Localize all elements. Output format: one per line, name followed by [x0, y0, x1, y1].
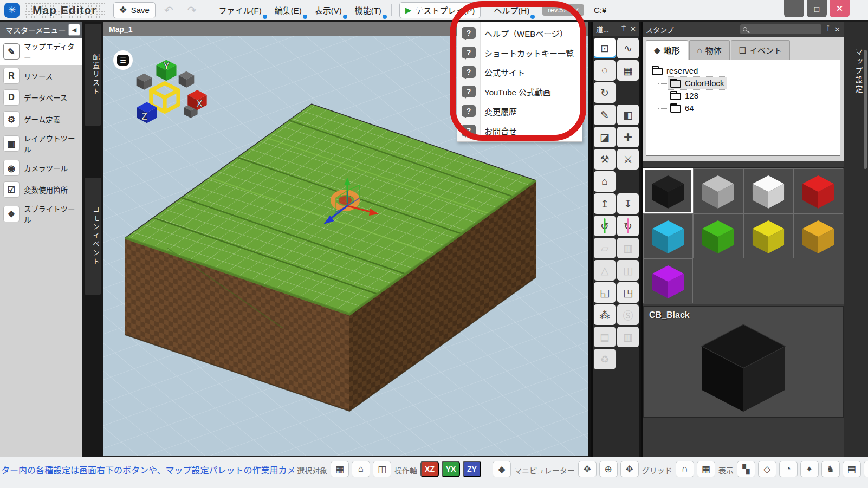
menu-item[interactable]: 編集(E) [269, 1, 307, 19]
close-icon[interactable]: ✕ [630, 25, 636, 33]
tool-fill[interactable]: ◧ [617, 105, 639, 125]
sidebar-item-[interactable]: ✎ マップエディター [0, 38, 82, 65]
tab-common-events[interactable]: コモンイベント [85, 178, 101, 295]
close-button[interactable]: ✕ [830, 0, 850, 17]
tool-slope[interactable]: ▱ [594, 238, 616, 258]
display-monster[interactable]: ♞ [821, 461, 840, 477]
axis-yx[interactable]: YX [442, 461, 460, 477]
color-block-purple[interactable] [643, 258, 693, 303]
color-block-white[interactable] [743, 168, 793, 213]
tree-node-ColorBlock[interactable]: ColorBlock [668, 77, 727, 89]
help-menu-item[interactable]: ? 変更履歴 [457, 101, 582, 121]
tool-prism[interactable]: △ [594, 260, 616, 281]
sidebar-item-[interactable]: ⚙ ゲーム定義 [0, 108, 82, 130]
tab-map-settings[interactable]: マップ設定 [848, 25, 864, 117]
world-cursor-gizmo[interactable] [314, 174, 384, 234]
tool-pen[interactable]: ✎ [594, 105, 616, 125]
axis-zy[interactable]: ZY [463, 461, 481, 477]
sidebar-item-[interactable]: D データベース [0, 87, 82, 108]
tool-plate[interactable]: ◫ [617, 260, 639, 281]
tool-select-lasso[interactable]: ◌ [594, 60, 616, 81]
tree-node-128[interactable]: 128 [668, 89, 701, 102]
sidebar-item-[interactable]: ◉ カメラツール [0, 157, 82, 179]
tool-shovel[interactable]: ⚒ [594, 149, 616, 170]
display-building[interactable]: ▤ [843, 461, 861, 477]
sidebar-item-[interactable]: R リソース [0, 65, 82, 87]
target-object[interactable]: ⌂ [352, 461, 370, 477]
tool-copy-back[interactable]: ◳ [617, 282, 639, 303]
sidebar-item-[interactable]: ☑ 変数使用箇所 [0, 179, 82, 200]
pin-icon[interactable]: ⍑ [826, 25, 830, 34]
tool-shovel-remove[interactable]: ⚔ [617, 149, 639, 170]
tool-currency[interactable]: Ⓢ [617, 304, 639, 325]
maximize-button[interactable]: □ [807, 0, 827, 17]
manipulator-rotate[interactable]: ⊕ [599, 461, 618, 477]
gizmo-x-axis-cube[interactable]: X [186, 88, 209, 111]
color-block-red[interactable] [793, 168, 843, 213]
tool-slope-stack[interactable]: ▥ [617, 238, 639, 258]
help-menu-item[interactable]: ? ショートカットキー一覧 [457, 43, 582, 62]
redo-button[interactable]: ↷ [182, 2, 202, 18]
scrollbar[interactable] [864, 50, 867, 169]
display-tiles[interactable]: ▚ [737, 461, 755, 477]
tool-spray[interactable]: ⁂ [594, 304, 616, 325]
tool-trash[interactable]: ♻ [594, 349, 616, 369]
manipulator-scale[interactable]: ✥ [620, 461, 639, 477]
color-block-green[interactable] [693, 213, 743, 258]
menu-item[interactable]: ファイル(F) [213, 1, 267, 19]
color-block-gold[interactable] [793, 213, 843, 258]
help-menu-item[interactable]: ? 公式サイト [457, 62, 582, 82]
help-menu-item[interactable]: ? お問合せ [457, 121, 582, 140]
axis-xz[interactable]: XZ [420, 461, 439, 477]
stamp-tab-物体[interactable]: ⌂ 物体 [689, 40, 730, 60]
menu-item-help[interactable]: ヘルプ(H) [488, 1, 535, 19]
color-block-yellow[interactable] [743, 213, 793, 258]
tab-placement-list[interactable]: 配置リスト [85, 24, 101, 126]
tool-lower-terrain[interactable]: ↧ [617, 193, 639, 214]
save-button[interactable]: ❖ Save [113, 2, 156, 18]
tool-rotate-y[interactable]: ↺ [594, 216, 616, 236]
sidebar-item-[interactable]: ▣ レイアウトツール [0, 130, 82, 157]
tool-raise-terrain[interactable]: ↥ [594, 193, 616, 214]
search-input[interactable] [749, 25, 819, 33]
display-time[interactable]: ◔ [779, 461, 798, 477]
grid-toggle[interactable]: ▦ [697, 461, 715, 477]
tree-node-reserved[interactable]: reserved [650, 64, 700, 77]
stamp-tab-イベント[interactable]: ❑ イベント [731, 40, 790, 60]
display-render[interactable]: ✺ [864, 461, 868, 477]
tool-select-free-rotate[interactable]: ↻ [594, 82, 616, 103]
display-box[interactable]: ◇ [758, 461, 776, 477]
stamp-search-box[interactable] [740, 24, 821, 34]
viewport-menu-button[interactable]: ☰ [113, 50, 133, 70]
collapse-sidebar-button[interactable]: ◀ [68, 24, 80, 36]
menu-item[interactable]: 機能(T) [349, 1, 387, 19]
stamp-tab-地形[interactable]: ◆ 地形 [646, 40, 688, 60]
target-terrain[interactable]: ▦ [331, 461, 349, 477]
tool-select-tile[interactable]: ▦ [617, 60, 639, 81]
tool-rotate-x[interactable]: ↻ [617, 216, 639, 236]
tool-picker[interactable]: ✚ [617, 127, 639, 147]
help-menu-item[interactable]: ? ヘルプ（WEBページ） [457, 23, 582, 43]
undo-button[interactable]: ↶ [159, 2, 179, 18]
tool-eraser[interactable]: ◪ [594, 127, 616, 147]
sidebar-item-[interactable]: ❖ スプライトツール [0, 200, 82, 227]
tool-duplicate[interactable]: ▤ [594, 327, 616, 347]
tool-default-object[interactable]: ⌂ [594, 171, 616, 192]
orientation-gizmo[interactable]: ☰ [113, 44, 211, 125]
target-both[interactable]: ◫ [373, 461, 391, 477]
minimize-button[interactable]: — [784, 0, 804, 17]
tool-copy-front[interactable]: ◱ [594, 282, 616, 303]
tool-select-curve[interactable]: ∿ [617, 38, 639, 58]
snap-magnet[interactable]: ∩ [676, 461, 694, 477]
color-block-cyan[interactable] [643, 213, 693, 258]
close-icon[interactable]: ✕ [834, 25, 840, 34]
testplay-button[interactable]: ▶ テストプレイ(P) [399, 2, 481, 18]
color-block-gray[interactable] [693, 168, 743, 213]
manipulator-move[interactable]: ✥ [578, 461, 597, 477]
manipulator-cube-button[interactable]: ◆ [493, 461, 511, 477]
help-menu-item[interactable]: ? YouTube 公式動画 [457, 82, 582, 101]
color-block-black[interactable] [643, 168, 693, 213]
pin-icon[interactable]: ⍑ [621, 24, 626, 33]
tool-select-rect[interactable]: ⊡ [594, 38, 616, 58]
gizmo-z-axis-cube[interactable]: Z [135, 100, 159, 124]
